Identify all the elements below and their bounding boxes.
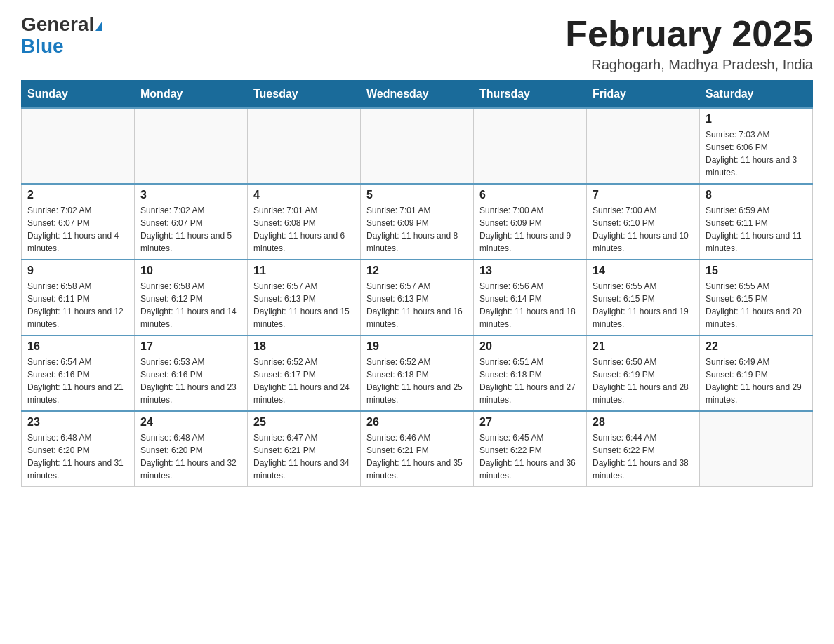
day-info: Sunrise: 6:56 AMSunset: 6:14 PMDaylight:… (479, 280, 581, 330)
calendar-cell: 27Sunrise: 6:45 AMSunset: 6:22 PMDayligh… (474, 411, 587, 487)
day-info: Sunrise: 6:55 AMSunset: 6:15 PMDaylight:… (593, 280, 694, 330)
day-header-wednesday: Wednesday (361, 81, 474, 109)
day-number: 26 (366, 416, 468, 429)
day-info: Sunrise: 6:58 AMSunset: 6:12 PMDaylight:… (140, 280, 241, 330)
calendar-cell: 16Sunrise: 6:54 AMSunset: 6:16 PMDayligh… (22, 335, 135, 411)
calendar-cell (248, 108, 361, 184)
calendar-cell: 5Sunrise: 7:01 AMSunset: 6:09 PMDaylight… (361, 184, 474, 260)
week-row-4: 16Sunrise: 6:54 AMSunset: 6:16 PMDayligh… (22, 335, 813, 411)
day-number: 13 (479, 264, 581, 277)
calendar-cell (474, 108, 587, 184)
day-info: Sunrise: 7:02 AMSunset: 6:07 PMDaylight:… (140, 204, 241, 255)
day-number: 20 (479, 340, 581, 353)
calendar-cell: 17Sunrise: 6:53 AMSunset: 6:16 PMDayligh… (135, 335, 248, 411)
calendar-cell: 28Sunrise: 6:44 AMSunset: 6:22 PMDayligh… (587, 411, 700, 487)
day-info: Sunrise: 6:54 AMSunset: 6:16 PMDaylight:… (27, 356, 128, 406)
day-number: 10 (140, 264, 241, 277)
calendar-cell: 6Sunrise: 7:00 AMSunset: 6:09 PMDaylight… (474, 184, 587, 260)
day-number: 23 (27, 416, 128, 429)
day-number: 16 (27, 340, 128, 353)
calendar-cell: 2Sunrise: 7:02 AMSunset: 6:07 PMDaylight… (22, 184, 135, 260)
day-number: 1 (706, 113, 807, 126)
day-header-sunday: Sunday (22, 81, 135, 109)
day-number: 25 (253, 416, 355, 429)
calendar-cell: 4Sunrise: 7:01 AMSunset: 6:08 PMDaylight… (248, 184, 361, 260)
calendar-body: 1Sunrise: 7:03 AMSunset: 6:06 PMDaylight… (22, 108, 813, 487)
title-section: February 2025 Raghogarh, Madhya Pradesh,… (565, 14, 813, 73)
day-info: Sunrise: 7:00 AMSunset: 6:09 PMDaylight:… (479, 204, 581, 255)
calendar-cell (587, 108, 700, 184)
day-info: Sunrise: 6:51 AMSunset: 6:18 PMDaylight:… (479, 356, 581, 406)
calendar-cell: 14Sunrise: 6:55 AMSunset: 6:15 PMDayligh… (587, 260, 700, 335)
calendar-cell: 21Sunrise: 6:50 AMSunset: 6:19 PMDayligh… (587, 335, 700, 411)
week-row-3: 9Sunrise: 6:58 AMSunset: 6:11 PMDaylight… (22, 260, 813, 335)
day-info: Sunrise: 6:45 AMSunset: 6:22 PMDaylight:… (479, 431, 581, 482)
day-info: Sunrise: 6:47 AMSunset: 6:21 PMDaylight:… (253, 431, 355, 482)
logo-text: GeneralBlue (21, 14, 102, 58)
logo-triangle-icon (95, 21, 102, 31)
day-number: 17 (140, 340, 241, 353)
day-number: 22 (706, 340, 807, 353)
location: Raghogarh, Madhya Pradesh, India (565, 57, 813, 73)
calendar-cell: 8Sunrise: 6:59 AMSunset: 6:11 PMDaylight… (700, 184, 813, 260)
day-header-friday: Friday (587, 81, 700, 109)
day-info: Sunrise: 6:49 AMSunset: 6:19 PMDaylight:… (706, 356, 807, 406)
page-header: GeneralBlue February 2025 Raghogarh, Mad… (21, 14, 813, 73)
day-number: 2 (27, 189, 128, 201)
day-number: 27 (479, 416, 581, 429)
day-number: 5 (366, 189, 468, 201)
day-info: Sunrise: 7:01 AMSunset: 6:08 PMDaylight:… (253, 204, 355, 255)
calendar-cell: 22Sunrise: 6:49 AMSunset: 6:19 PMDayligh… (700, 335, 813, 411)
day-info: Sunrise: 6:55 AMSunset: 6:15 PMDaylight:… (706, 280, 807, 330)
calendar-header: SundayMondayTuesdayWednesdayThursdayFrid… (22, 81, 813, 109)
calendar-cell: 9Sunrise: 6:58 AMSunset: 6:11 PMDaylight… (22, 260, 135, 335)
day-info: Sunrise: 6:52 AMSunset: 6:18 PMDaylight:… (366, 356, 468, 406)
day-info: Sunrise: 6:52 AMSunset: 6:17 PMDaylight:… (253, 356, 355, 406)
day-header-monday: Monday (135, 81, 248, 109)
logo-blue: Blue (21, 35, 64, 57)
day-number: 9 (27, 264, 128, 277)
day-number: 11 (253, 264, 355, 277)
day-number: 3 (140, 189, 241, 201)
calendar-cell: 23Sunrise: 6:48 AMSunset: 6:20 PMDayligh… (22, 411, 135, 487)
day-number: 4 (253, 189, 355, 201)
calendar-cell: 1Sunrise: 7:03 AMSunset: 6:06 PMDaylight… (700, 108, 813, 184)
calendar-cell: 11Sunrise: 6:57 AMSunset: 6:13 PMDayligh… (248, 260, 361, 335)
day-header-saturday: Saturday (700, 81, 813, 109)
day-number: 18 (253, 340, 355, 353)
calendar-cell: 24Sunrise: 6:48 AMSunset: 6:20 PMDayligh… (135, 411, 248, 487)
calendar-table: SundayMondayTuesdayWednesdayThursdayFrid… (21, 80, 813, 487)
calendar-cell (700, 411, 813, 487)
calendar-cell: 13Sunrise: 6:56 AMSunset: 6:14 PMDayligh… (474, 260, 587, 335)
day-info: Sunrise: 7:02 AMSunset: 6:07 PMDaylight:… (27, 204, 128, 255)
day-number: 19 (366, 340, 468, 353)
day-info: Sunrise: 6:44 AMSunset: 6:22 PMDaylight:… (593, 431, 694, 482)
day-number: 6 (479, 189, 581, 201)
logo: GeneralBlue (21, 14, 102, 58)
calendar-cell: 12Sunrise: 6:57 AMSunset: 6:13 PMDayligh… (361, 260, 474, 335)
day-info: Sunrise: 7:03 AMSunset: 6:06 PMDaylight:… (706, 128, 807, 179)
day-number: 7 (593, 189, 694, 201)
day-info: Sunrise: 6:50 AMSunset: 6:19 PMDaylight:… (593, 356, 694, 406)
day-header-thursday: Thursday (474, 81, 587, 109)
calendar-cell: 19Sunrise: 6:52 AMSunset: 6:18 PMDayligh… (361, 335, 474, 411)
calendar-cell: 18Sunrise: 6:52 AMSunset: 6:17 PMDayligh… (248, 335, 361, 411)
week-row-5: 23Sunrise: 6:48 AMSunset: 6:20 PMDayligh… (22, 411, 813, 487)
day-info: Sunrise: 6:48 AMSunset: 6:20 PMDaylight:… (140, 431, 241, 482)
day-number: 14 (593, 264, 694, 277)
day-info: Sunrise: 6:57 AMSunset: 6:13 PMDaylight:… (366, 280, 468, 330)
day-info: Sunrise: 6:59 AMSunset: 6:11 PMDaylight:… (706, 204, 807, 255)
day-info: Sunrise: 6:48 AMSunset: 6:20 PMDaylight:… (27, 431, 128, 482)
calendar-cell: 20Sunrise: 6:51 AMSunset: 6:18 PMDayligh… (474, 335, 587, 411)
day-number: 8 (706, 189, 807, 201)
days-header-row: SundayMondayTuesdayWednesdayThursdayFrid… (22, 81, 813, 109)
calendar-cell: 15Sunrise: 6:55 AMSunset: 6:15 PMDayligh… (700, 260, 813, 335)
day-info: Sunrise: 6:58 AMSunset: 6:11 PMDaylight:… (27, 280, 128, 330)
day-number: 28 (593, 416, 694, 429)
week-row-1: 1Sunrise: 7:03 AMSunset: 6:06 PMDaylight… (22, 108, 813, 184)
calendar-cell: 25Sunrise: 6:47 AMSunset: 6:21 PMDayligh… (248, 411, 361, 487)
calendar-cell: 26Sunrise: 6:46 AMSunset: 6:21 PMDayligh… (361, 411, 474, 487)
day-info: Sunrise: 7:01 AMSunset: 6:09 PMDaylight:… (366, 204, 468, 255)
day-info: Sunrise: 6:46 AMSunset: 6:21 PMDaylight:… (366, 431, 468, 482)
month-title: February 2025 (565, 14, 813, 54)
